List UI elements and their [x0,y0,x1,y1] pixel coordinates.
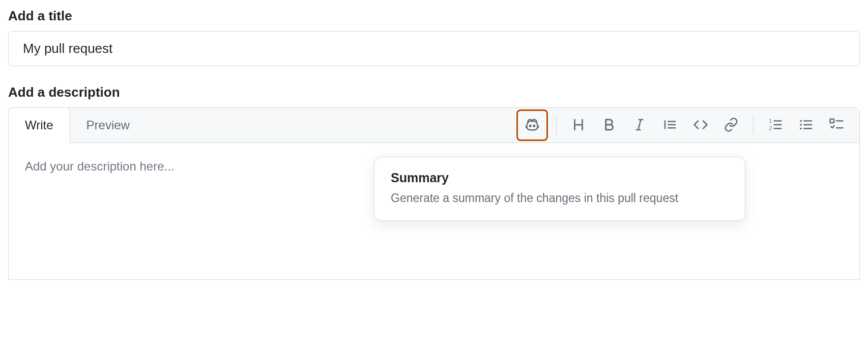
editor-header: Write Preview [9,108,859,143]
quote-icon [662,117,678,134]
svg-point-6 [800,127,802,129]
quote-button[interactable] [656,111,684,139]
svg-point-1 [533,125,535,126]
popover-description: Generate a summary of the changes in thi… [391,189,729,207]
tab-preview[interactable]: Preview [70,108,146,143]
italic-button[interactable] [626,111,653,139]
popover-title: Summary [391,171,729,185]
svg-text:2: 2 [769,126,772,131]
description-editor: Write Preview [8,107,860,280]
toolbar-divider [753,116,754,134]
task-list-icon [829,117,844,134]
bold-icon [601,117,617,134]
copilot-popover[interactable]: Summary Generate a summary of the change… [374,157,745,221]
svg-rect-7 [830,119,834,123]
copilot-button[interactable] [516,109,548,141]
numbered-list-button[interactable]: 1 2 [762,111,789,139]
svg-point-4 [800,120,802,122]
ordered-list-icon: 1 2 [768,117,783,134]
title-input[interactable] [8,31,860,66]
code-icon [693,117,708,134]
title-label: Add a title [8,8,860,24]
heading-button[interactable] [565,111,592,139]
description-label: Add a description [8,84,860,100]
toolbar-divider [556,116,557,134]
unordered-list-icon [798,117,814,134]
code-button[interactable] [687,111,714,139]
heading-icon [571,117,586,134]
link-icon [724,117,739,134]
copilot-icon [523,116,541,135]
bold-button[interactable] [595,111,623,139]
svg-point-0 [530,125,531,126]
italic-icon [632,117,647,134]
formatting-toolbar: 1 2 [516,108,859,143]
svg-text:1: 1 [769,118,772,124]
task-list-button[interactable] [823,111,850,139]
svg-point-5 [800,124,802,126]
link-button[interactable] [717,111,745,139]
bullet-list-button[interactable] [792,111,820,139]
tab-write[interactable]: Write [8,107,70,143]
